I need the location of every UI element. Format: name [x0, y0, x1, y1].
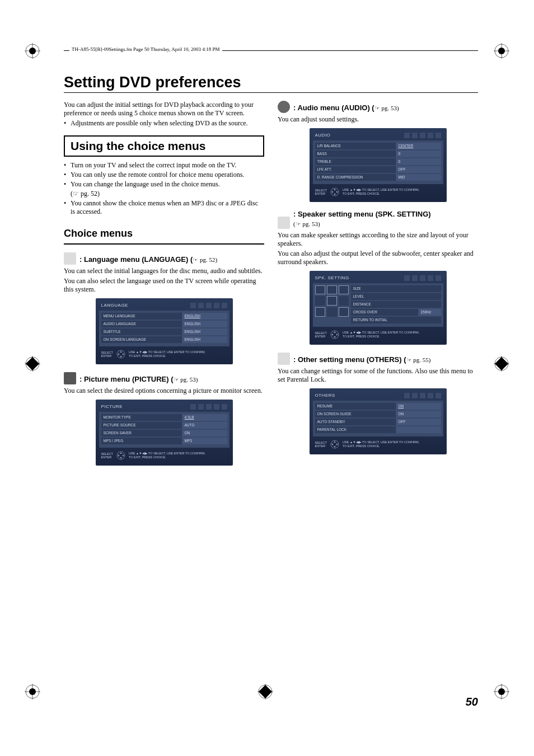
osd-footer-label: SELECT ENTER: [101, 351, 113, 358]
osd-row-label: PICTURE SOURCE: [101, 422, 182, 429]
list-item: Turn on your TV and select the correct i…: [71, 161, 264, 170]
body-text: You can change settings for some of the …: [278, 367, 478, 384]
osd-title: AUDIO: [315, 133, 331, 138]
osd-row-label: ON SCREEN LANGUAGE: [101, 336, 182, 343]
others-osd: OTHERS RESUMEON ON SCREEN GUIDEON AUTO S…: [310, 388, 447, 454]
picture-icon: [64, 372, 76, 384]
osd-row-label: TREBLE: [315, 158, 396, 165]
osd-row-value: MID: [396, 174, 441, 181]
rule: [64, 243, 264, 245]
osd-footer-label: SELECT ENTER: [315, 189, 327, 195]
osd-title: SPK. SETTING: [315, 275, 349, 281]
osd-row-value: CENTER: [396, 143, 441, 149]
osd-row-label: LEVEL: [351, 293, 441, 300]
osd-row-label: MENU LANGUAGE: [101, 313, 182, 320]
page-content: TH-A85-55[B]-09Settings.fm Page 50 Thurs…: [64, 43, 478, 714]
osd-row-label: MP3 / JPEG: [101, 438, 182, 444]
osd-tabs-icon: [404, 133, 441, 138]
language-menu-heading: : Language menu (LANGUAGE) (☞ pg. 52): [64, 252, 264, 265]
speaker-layout-diagram: [315, 285, 349, 317]
list-item: (☞ pg. 52): [71, 190, 264, 198]
osd-tabs-icon: [404, 275, 441, 281]
audio-icon: [278, 101, 290, 113]
page-number: 50: [466, 696, 478, 708]
osd-row-label: LFE ATT.: [315, 166, 396, 173]
osd-row-label: PARENTAL LOCK: [315, 426, 396, 433]
osd-row-label: SIZE: [351, 285, 441, 292]
osd-tabs-icon: [190, 303, 227, 308]
osd-row-value: OFF: [396, 419, 441, 425]
osd-row-value: ENGLISH: [182, 313, 227, 320]
crop-mark-icon: [25, 356, 40, 372]
dpad-icon: [116, 350, 125, 359]
osd-row-label: MONITOR TYPE: [101, 414, 182, 421]
crop-mark-icon: [25, 43, 40, 59]
list-item: You can change the language used in the …: [71, 180, 264, 189]
dpad-icon: [330, 440, 339, 449]
osd-row-value: ON: [396, 411, 441, 417]
crop-mark-icon: [494, 684, 509, 699]
osd-footer-hint: USE ▲▼◀▶ TO SELECT, USE ENTER TO CONFIRM…: [343, 331, 419, 339]
audio-osd: AUDIO L/R BALANCECENTER BASS0 TREBLE0 LF…: [310, 128, 447, 202]
osd-row-value: 150Hz: [419, 309, 441, 316]
right-column: : Audio menu (AUDIO) (☞ pg. 53) You can …: [278, 101, 478, 469]
osd-row-label: ON SCREEN GUIDE: [315, 411, 396, 417]
osd-tabs-icon: [190, 404, 227, 410]
others-menu-heading: : Other setting menu (OTHERS) (☞ pg. 55): [278, 353, 478, 365]
body-text: You can make speaker settings according …: [278, 231, 478, 248]
body-text: You can also adjust the output level of …: [278, 250, 478, 266]
osd-footer-label: SELECT ENTER: [315, 441, 327, 448]
speaker-menu-heading: : Speaker setting menu (SPK. SETTING) (☞…: [278, 210, 478, 229]
osd-row-value: ENGLISH: [182, 321, 227, 327]
osd-footer-hint: USE ▲▼◀▶ TO SELECT, USE ENTER TO CONFIRM…: [129, 350, 205, 358]
osd-row-value: 0: [396, 151, 441, 157]
osd-row-label: D. RANGE COMPRESSION: [315, 174, 396, 181]
osd-row-label: SCREEN SAVER: [101, 430, 182, 436]
section-box-title: Using the choice menus: [64, 135, 264, 157]
osd-row-label: SUBTITLE: [101, 328, 182, 335]
dpad-icon: [116, 451, 125, 460]
osd-row-value: MP3: [182, 438, 227, 444]
body-text: You can adjust sound settings.: [278, 115, 478, 124]
osd-row-value: 4:3LB: [182, 414, 227, 421]
osd-title: OTHERS: [315, 393, 335, 398]
wrench-icon: [278, 353, 290, 365]
osd-row-label: BASS: [315, 151, 396, 157]
intro-text: You can adjust the initial settings for …: [64, 101, 264, 118]
osd-row-label: L/R BALANCE: [315, 143, 396, 149]
osd-row-label: RETURN TO INITIAL: [351, 317, 441, 323]
osd-row-value: ENGLISH: [182, 328, 227, 335]
crop-mark-icon: [25, 684, 40, 699]
osd-footer-hint: USE ▲▼◀▶ TO SELECT, USE ENTER TO CONFIRM…: [343, 440, 419, 448]
left-column: You can adjust the initial settings for …: [64, 101, 264, 469]
osd-row-value: [396, 426, 441, 433]
osd-row-label: AUDIO LANGUAGE: [101, 321, 182, 327]
crop-mark-icon: [494, 43, 509, 59]
audio-menu-heading: : Audio menu (AUDIO) (☞ pg. 53): [278, 101, 478, 113]
osd-footer-hint: USE ▲▼◀▶ TO SELECT, USE ENTER TO CONFIRM…: [129, 452, 205, 459]
osd-row-label: RESUME: [315, 403, 396, 410]
osd-footer-label: SELECT ENTER: [101, 452, 113, 459]
speaker-icon: [278, 217, 290, 229]
osd-row-label: DISTANCE: [351, 301, 441, 308]
osd-row-value: AUTO: [182, 422, 227, 429]
language-icon: [64, 252, 76, 265]
osd-row-value: 0: [396, 158, 441, 165]
list-item: You cannot show the choice menus when an…: [71, 199, 264, 216]
osd-row-value: OFF: [396, 166, 441, 173]
body-text: You can select the initial languages for…: [64, 267, 264, 275]
dpad-icon: [330, 330, 339, 339]
subsection-title: Choice menus: [64, 227, 264, 240]
osd-row-label: AUTO STANDBY: [315, 419, 396, 425]
running-header: TH-A85-55[B]-09Settings.fm Page 50 Thurs…: [69, 46, 222, 52]
picture-menu-heading: : Picture menu (PICTURE) (☞ pg. 53): [64, 372, 264, 384]
list-item: You can only use the remote control for …: [71, 171, 264, 179]
osd-footer-label: SELECT ENTER: [315, 331, 327, 338]
language-osd: LANGUAGE MENU LANGUAGEENGLISH AUDIO LANG…: [96, 298, 233, 364]
osd-row-label: CROSS OVER: [351, 309, 418, 316]
osd-row-value: ON: [182, 430, 227, 436]
osd-title: PICTURE: [101, 404, 123, 410]
intro-bullet: • Adjustments are possible only when sel…: [64, 119, 264, 128]
osd-row-value: ON: [396, 403, 441, 410]
dpad-icon: [330, 187, 339, 196]
